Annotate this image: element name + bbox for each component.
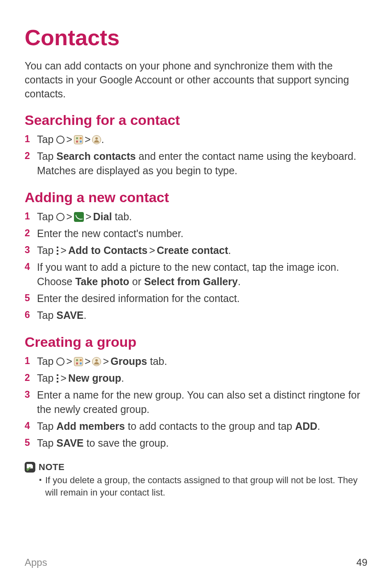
steps-adding: Tap >>Dial tab. Enter the new contact's … — [25, 210, 367, 323]
step-text: to save the group. — [84, 437, 169, 449]
chevron-right-icon: > — [101, 355, 111, 367]
note-label: NOTE — [39, 462, 65, 473]
bold-term: SAVE — [56, 309, 83, 321]
bold-term: Select from Gallery — [144, 276, 238, 287]
apps-icon — [74, 135, 83, 144]
note-list: If you delete a group, the contacts assi… — [25, 474, 367, 498]
chevron-right-icon: > — [65, 211, 74, 222]
home-icon — [56, 136, 65, 144]
home-icon — [56, 357, 65, 366]
step-text: Tap — [37, 309, 56, 321]
section-adding-heading: Adding a new contact — [25, 189, 367, 205]
chevron-right-icon: > — [148, 244, 157, 256]
chevron-right-icon: > — [59, 372, 68, 384]
footer-section: Apps — [25, 557, 47, 568]
section-group-heading: Creating a group — [25, 334, 367, 350]
step-text: Tap — [37, 211, 56, 222]
chevron-right-icon: > — [83, 134, 92, 145]
bold-term: New group — [68, 372, 121, 384]
step-text: to add contacts to the group and tap — [125, 420, 295, 432]
step-item: Tap >New group. — [25, 371, 367, 385]
footer-page-number: 49 — [356, 557, 367, 568]
step-item: Tap >>. — [25, 132, 367, 147]
bold-term: ADD — [295, 420, 317, 432]
overflow-menu-icon — [56, 374, 59, 383]
bold-term: Groups — [111, 355, 147, 367]
chevron-right-icon: > — [65, 355, 74, 367]
step-text: tab. — [147, 355, 167, 367]
step-item: Tap >Add to Contacts>Create contact. — [25, 243, 367, 258]
step-text: . — [238, 276, 241, 287]
bold-term: Take photo — [75, 276, 129, 287]
phone-icon — [74, 212, 84, 222]
step-item: Enter a name for the new group. You can … — [25, 388, 367, 417]
bold-term: Dial — [93, 211, 112, 222]
apps-icon — [74, 357, 83, 366]
bold-term: Create contact — [157, 244, 228, 256]
step-item: Tap >>Dial tab. — [25, 210, 367, 224]
note-box: NOTE If you delete a group, the contacts… — [25, 462, 367, 498]
step-item: Enter the desired information for the co… — [25, 291, 367, 306]
step-item: Tap >>>Groups tab. — [25, 354, 367, 369]
step-item: Enter the new contact's number. — [25, 226, 367, 241]
step-item: Tap Search contacts and enter the contac… — [25, 149, 367, 178]
chevron-right-icon: > — [65, 134, 74, 145]
step-text: Tap — [37, 355, 56, 367]
step-item: Tap SAVE. — [25, 308, 367, 323]
overflow-menu-icon — [56, 246, 59, 255]
step-item: If you want to add a picture to the new … — [25, 260, 367, 289]
step-text: . — [121, 372, 124, 384]
home-icon — [56, 213, 65, 221]
step-text: . — [84, 309, 87, 321]
bold-term: Add members — [56, 420, 125, 432]
bold-term: Add to Contacts — [68, 244, 148, 256]
note-item: If you delete a group, the contacts assi… — [39, 474, 367, 498]
steps-group: Tap >>>Groups tab. Tap >New group. Enter… — [25, 354, 367, 450]
step-text: . — [317, 420, 320, 432]
step-text: Tap — [37, 134, 56, 145]
steps-searching: Tap >>. Tap Search contacts and enter th… — [25, 132, 367, 178]
bold-term: Search contacts — [56, 150, 136, 162]
chevron-right-icon: > — [83, 355, 92, 367]
step-text: Tap — [37, 150, 56, 162]
step-text: . — [101, 134, 104, 145]
note-header: NOTE — [25, 462, 367, 473]
bold-term: SAVE — [56, 437, 83, 449]
chevron-right-icon: > — [59, 244, 68, 256]
step-text: Tap — [37, 437, 56, 449]
contacts-icon — [92, 357, 101, 366]
step-text: Tap — [37, 244, 56, 256]
chevron-right-icon: > — [84, 211, 93, 222]
note-icon — [25, 462, 35, 473]
step-text: . — [228, 244, 231, 256]
section-searching-heading: Searching for a contact — [25, 112, 367, 128]
step-item: Tap SAVE to save the group. — [25, 436, 367, 450]
step-text: or — [129, 276, 144, 287]
step-text: Tap — [37, 372, 56, 384]
step-text: Tap — [37, 420, 56, 432]
page-title: Contacts — [25, 25, 367, 50]
step-text: tab. — [112, 211, 132, 222]
step-item: Tap Add members to add contacts to the g… — [25, 419, 367, 434]
contacts-icon — [92, 135, 101, 144]
intro-text: You can add contacts on your phone and s… — [25, 59, 367, 101]
page-footer: Apps 49 — [25, 557, 367, 568]
